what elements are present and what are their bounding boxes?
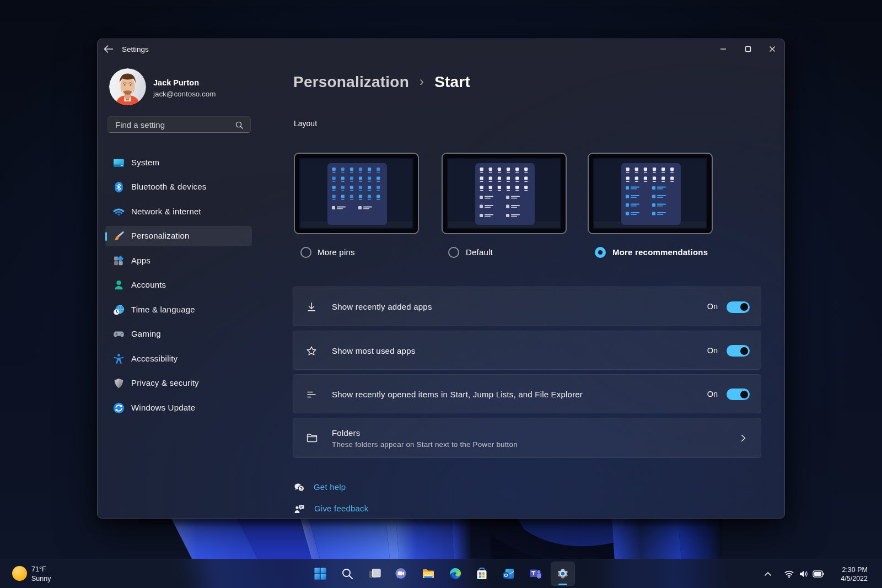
svg-text:?: ? (300, 486, 303, 492)
svg-text:O: O (504, 572, 508, 578)
